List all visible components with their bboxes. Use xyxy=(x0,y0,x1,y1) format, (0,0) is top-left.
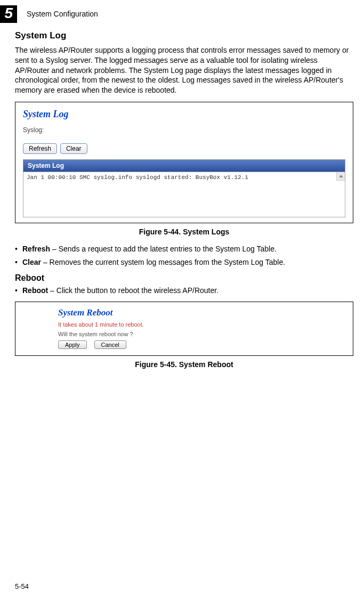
log-line: Jan 1 00:00:10 SMC syslog.info syslogd s… xyxy=(27,174,248,181)
page-number: 5-54 xyxy=(15,582,29,590)
section-heading-system-log: System Log xyxy=(15,30,353,41)
section-heading-reboot: Reboot xyxy=(15,273,353,283)
bullet-icon: • xyxy=(15,257,22,268)
figure-system-log: System Log Syslog: Refresh Clear System … xyxy=(15,102,353,223)
bullet-term: Reboot xyxy=(22,286,48,295)
panel-title-system-log: System Log xyxy=(23,109,345,120)
scroll-up-icon[interactable] xyxy=(336,172,345,181)
reboot-prompt-text: Will the system reboot now ? xyxy=(58,331,345,337)
reboot-warning-text: It takes about 1 minute to reboot. xyxy=(58,321,345,328)
cancel-button[interactable]: Cancel xyxy=(94,340,126,349)
syslog-label: Syslog: xyxy=(23,126,345,134)
button-row: Refresh Clear xyxy=(23,143,345,154)
bullet-desc: – Removes the current system log message… xyxy=(41,258,285,266)
section-body-text: The wireless AP/Router supports a loggin… xyxy=(15,45,353,95)
bullet-term: Refresh xyxy=(22,245,50,253)
apply-button[interactable]: Apply xyxy=(58,340,87,349)
list-item: • Reboot – Click the button to reboot th… xyxy=(15,285,353,296)
bullet-list-1: • Refresh – Sends a request to add the l… xyxy=(15,243,353,268)
bullet-icon: • xyxy=(15,285,22,296)
list-item: • Clear – Removes the current system log… xyxy=(15,257,353,268)
bullet-icon: • xyxy=(15,243,22,255)
clear-button[interactable]: Clear xyxy=(60,143,87,154)
bullet-term: Clear xyxy=(22,258,41,266)
refresh-button[interactable]: Refresh xyxy=(23,143,57,154)
chapter-number-tab: 5 xyxy=(0,5,17,23)
figure-system-reboot: System Reboot It takes about 1 minute to… xyxy=(15,302,353,356)
page-content: System Log The wireless AP/Router suppor… xyxy=(0,26,364,369)
bullet-desc: – Click the button to reboot the wireles… xyxy=(48,286,219,295)
log-table-header: System Log xyxy=(23,159,345,172)
bullet-list-2: • Reboot – Click the button to reboot th… xyxy=(15,285,353,296)
log-textarea[interactable]: Jan 1 00:00:10 SMC syslog.info syslogd s… xyxy=(23,172,345,217)
panel-title-system-reboot: System Reboot xyxy=(58,307,345,318)
chapter-title: System Configuration xyxy=(27,10,98,18)
page-header: 5 System Configuration xyxy=(0,0,364,26)
figure-caption-2: Figure 5-45. System Reboot xyxy=(15,360,353,369)
bullet-desc: – Sends a request to add the latest entr… xyxy=(50,245,277,253)
list-item: • Refresh – Sends a request to add the l… xyxy=(15,243,353,255)
button-row: Apply Cancel xyxy=(58,340,345,349)
figure-caption-1: Figure 5-44. System Logs xyxy=(15,228,353,236)
